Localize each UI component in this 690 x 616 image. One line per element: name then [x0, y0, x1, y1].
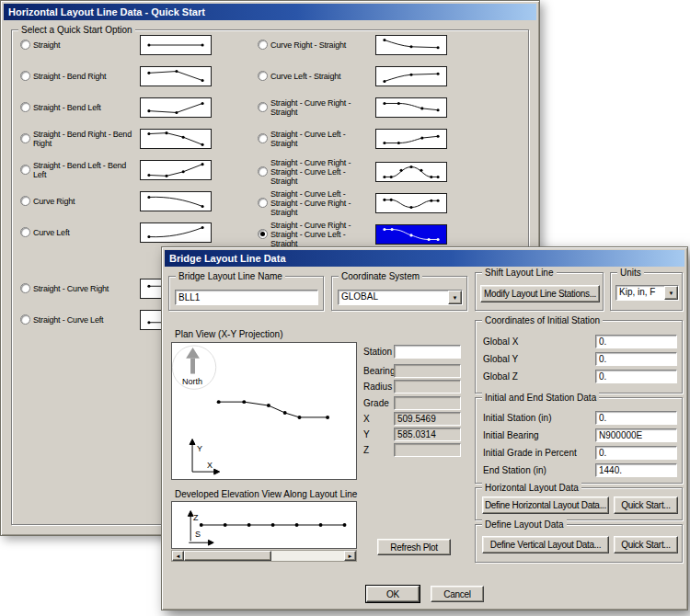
quick-start-option-preview[interactable] — [375, 224, 447, 245]
vertical-quick-start-button[interactable]: Quick Start... — [614, 536, 678, 553]
quick-start-option-label: Straight - Curve Right - Straight — [270, 98, 372, 117]
units-select[interactable]: Kip, in, F ▼ — [615, 285, 679, 301]
plan-x-axis-label: X — [207, 461, 213, 470]
group-row-label: Global Y — [483, 354, 518, 364]
units-value: Kip, in, F — [619, 287, 655, 297]
quick-start-option-preview[interactable] — [375, 162, 447, 182]
elevation-view-plot: Z S — [171, 501, 357, 549]
quick-start-option-label: Straight — [33, 40, 136, 50]
quick-start-option-radio[interactable] — [20, 71, 30, 81]
quick-start-option-radio[interactable] — [258, 71, 268, 81]
readout-label: Station — [363, 347, 392, 357]
elevation-scrollbar[interactable]: ◄ ► — [171, 550, 357, 562]
scroll-left-icon[interactable]: ◄ — [172, 551, 184, 561]
quick-start-option-preview[interactable] — [375, 129, 447, 149]
readout-field[interactable] — [394, 345, 461, 359]
quick-start-option-preview[interactable] — [140, 97, 212, 118]
group-row-field[interactable] — [595, 411, 677, 425]
initial-coordinates-group-title: Coordinates of Initial Station — [482, 315, 603, 325]
chevron-down-icon[interactable]: ▼ — [664, 286, 678, 300]
chevron-down-icon[interactable]: ▼ — [448, 291, 462, 304]
shift-layout-line-group: Shift Layout Line Modify Layout Line Sta… — [475, 272, 604, 311]
quick-start-option-label: Straight - Curve Left - Straight — [270, 130, 372, 148]
readout-label: Grade — [363, 398, 389, 408]
quick-start-option-preview[interactable] — [375, 193, 447, 213]
north-label: North — [182, 377, 202, 386]
quick-start-option-preview[interactable] — [375, 35, 447, 55]
plan-view-plot: North Y X — [171, 342, 357, 480]
quick-start-option-preview[interactable] — [375, 97, 447, 118]
group-row-label: Initial Bearing — [483, 430, 539, 440]
quick-start-option-radio[interactable] — [258, 229, 268, 239]
cancel-button[interactable]: Cancel — [431, 586, 484, 602]
initial-coordinates-group: Coordinates of Initial Station Global XG… — [475, 320, 683, 394]
bridge-dialog-titlebar[interactable]: Bridge Layout Line Data — [165, 250, 684, 267]
refresh-plot-button[interactable]: Refresh Plot — [377, 539, 451, 555]
readout-field — [394, 380, 461, 394]
bridge-layout-dialog: Bridge Layout Line Data Bridge Layout Li… — [161, 246, 688, 610]
horizontal-layout-group-title: Horizontal Layout Data — [482, 483, 581, 493]
quick-start-option-radio[interactable] — [20, 133, 30, 143]
plan-y-axis-label: Y — [197, 444, 202, 453]
readout-label: Radius — [363, 382, 392, 392]
quick-start-option-radio[interactable] — [20, 102, 30, 112]
quick-start-option-radio[interactable] — [258, 102, 268, 112]
quick-start-option-label: Curve Left - Straight — [270, 72, 372, 81]
readout-field — [394, 396, 461, 410]
quick-start-option-label: Straight - Curve Left — [33, 315, 136, 325]
group-row-field[interactable] — [595, 463, 677, 477]
quick-start-option-preview[interactable] — [140, 66, 212, 86]
group-row-field[interactable] — [595, 352, 677, 366]
quick-start-option-label: Straight - Curve Right - Straight - Curv… — [270, 158, 372, 186]
quick-start-option-radio[interactable] — [20, 165, 30, 175]
layout-line-name-input[interactable] — [175, 290, 318, 305]
plan-curve-points — [217, 400, 329, 419]
quick-start-option-radio[interactable] — [20, 314, 30, 325]
coordinate-system-select[interactable]: GLOBAL ▼ — [338, 290, 463, 305]
quick-start-option-label: Curve Right — [33, 197, 136, 206]
scrollbar-thumb[interactable] — [184, 551, 271, 561]
modify-layout-line-stations-button[interactable]: Modify Layout Line Stations... — [480, 285, 600, 302]
quick-start-titlebar[interactable]: Horizontal Layout Line Data - Quick Star… — [4, 4, 536, 20]
elevation-z-axis-label: Z — [193, 513, 199, 522]
group-row-field[interactable] — [595, 370, 677, 383]
layout-line-name-group-title: Bridge Layout Line Name — [176, 271, 285, 281]
ok-button[interactable]: OK — [366, 586, 420, 602]
units-group-title: Units — [617, 268, 644, 278]
quick-start-option-label: Straight - Bend Right - Bend Right — [33, 130, 136, 148]
quick-start-option-radio[interactable] — [258, 40, 268, 50]
quick-start-option-label: Straight - Curve Left - Straight - Curve… — [270, 189, 372, 217]
readout-field — [394, 364, 461, 378]
quick-start-option-radio[interactable] — [258, 198, 268, 208]
define-horizontal-layout-button[interactable]: Define Horizontal Layout Data... — [482, 496, 609, 514]
group-row-field[interactable] — [595, 428, 677, 442]
quick-start-option-radio[interactable] — [20, 283, 30, 293]
quick-start-option-preview[interactable] — [140, 129, 212, 149]
quick-start-option-radio[interactable] — [258, 133, 268, 143]
group-row-label: Initial Grade in Percent — [483, 448, 577, 458]
quick-start-option-preview[interactable] — [140, 191, 212, 211]
readout-label: X — [363, 414, 370, 424]
define-vertical-layout-button[interactable]: Define Vertical Layout Data... — [482, 536, 609, 553]
group-row-label: Global Z — [483, 371, 518, 382]
readout-field: 509.5469 — [394, 412, 461, 426]
plan-curve — [219, 402, 328, 417]
plan-axes-icon — [190, 439, 220, 474]
vertical-layout-group-title: Define Layout Data — [482, 519, 567, 530]
quick-start-option-radio[interactable] — [20, 227, 30, 237]
horizontal-layout-group: Horizontal Layout Data Define Horizontal… — [475, 487, 683, 520]
group-row-field[interactable] — [595, 335, 677, 348]
quick-start-option-radio[interactable] — [20, 196, 30, 206]
elevation-s-axis-label: S — [195, 530, 201, 539]
quick-start-option-preview[interactable] — [375, 66, 447, 86]
quick-start-option-preview[interactable] — [140, 160, 212, 180]
quick-start-option-radio[interactable] — [20, 40, 30, 50]
group-row-label: Global X — [483, 337, 518, 347]
scroll-right-icon[interactable]: ► — [344, 551, 356, 561]
quick-start-option-radio[interactable] — [258, 166, 268, 177]
horizontal-quick-start-button[interactable]: Quick Start... — [614, 496, 678, 514]
quick-start-option-preview[interactable] — [140, 222, 212, 243]
group-row-field[interactable] — [595, 446, 677, 460]
group-row-label: End Station (in) — [483, 465, 546, 475]
quick-start-option-preview[interactable] — [140, 35, 212, 55]
